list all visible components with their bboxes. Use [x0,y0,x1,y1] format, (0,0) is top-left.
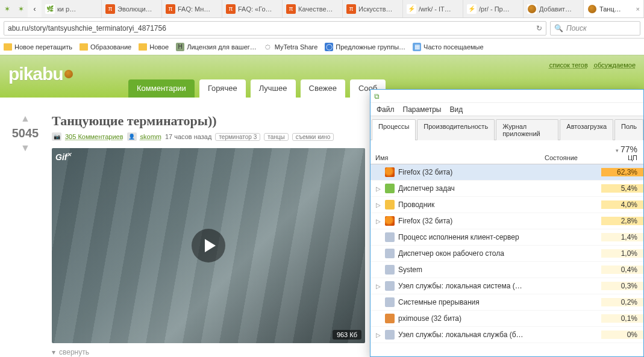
browser-tab[interactable]: πЭволюци… [102,0,162,17]
col-state[interactable]: Состояние [541,154,601,164]
process-row[interactable]: ▷Узел службы: локальная служба (б…0% [370,327,643,343]
process-row[interactable]: Диспетчер окон рабочего стола1,0% [370,246,643,262]
bookmark-item[interactable]: Новое перетащить [4,43,72,51]
tab-label: FAQ: Мн… [178,5,210,13]
process-icon [385,167,395,177]
nav-tab[interactable]: Лучшее [251,79,296,98]
expand-icon[interactable]: ▷ [375,332,381,338]
favicon: π [166,4,175,14]
browser-tab[interactable]: πFAQ: «Го… [222,0,283,17]
post-score: 5045 [12,126,39,140]
process-name: Процесс исполнения клиент-сервер [398,233,519,241]
search-input[interactable]: 🔍 Поиск [550,21,640,36]
expand-icon[interactable]: ▷ [375,283,381,290]
col-cpu[interactable]: 77% ЦП [601,144,643,164]
taskmgr-tab[interactable]: Автозагрузка [560,119,613,140]
menu-item[interactable]: Параметры [403,105,442,114]
post-tag[interactable]: съемки кино [292,133,334,141]
post-tag[interactable]: танцы [264,133,288,141]
post-title: Танцующие терминаторы)) [52,113,389,129]
menu-bar[interactable]: ФайлПараметрыВид [370,103,643,116]
browser-tab[interactable]: 🌿ки р… [42,0,102,17]
site-icon: ◌ [264,43,272,51]
logo-text: pikabu [8,64,63,84]
nav-tab[interactable]: Горячее [199,79,246,98]
close-icon[interactable]: × [636,5,640,13]
browser-tab[interactable]: πИскусств… [343,0,403,17]
expand-icon[interactable]: ▷ [375,218,381,225]
process-cpu: 2,8% [601,217,643,225]
reload-icon[interactable]: ↻ [536,24,542,33]
process-icon [385,184,395,193]
process-icon [385,265,395,275]
collapse-toggle[interactable]: ▾ свернуть [52,348,389,356]
process-row[interactable]: Системные прерывания0,2% [370,294,643,311]
taskmgr-tab[interactable]: Журнал приложений [496,119,558,140]
bookmark-label: Лицензия для вашег… [187,43,257,51]
gif-preview[interactable]: Gif✕ 963 Кб [52,148,365,343]
browser-tab[interactable]: πКачестве… [283,0,343,17]
nav-tab[interactable]: Комментарии [128,79,195,98]
browser-tab[interactable]: ⚡/wrk/ - IT… [403,0,463,17]
menu-item[interactable]: Вид [449,105,463,114]
bookmark-item[interactable]: ▦Часто посещаемые [413,43,484,51]
favicon: ⚡ [407,4,416,14]
process-name: Диспетчер окон рабочего стола [398,249,504,258]
browser-tab[interactable]: ⚡/pr/ - Пр… [463,0,524,17]
tab-label: Добавит… [539,5,572,13]
pinned-tab[interactable]: ✶ [14,0,28,17]
taskmgr-tab[interactable]: Поль [614,119,643,140]
taskmgr-tab[interactable]: Процессы [372,119,416,140]
upvote-button[interactable]: ▲ [20,113,30,124]
bookmark-item[interactable]: HЛицензия для вашег… [176,43,257,51]
menu-item[interactable]: Файл [377,105,395,114]
vote-column: ▲ 5045 ▼ [11,113,40,356]
bookmark-item[interactable]: ◌MyTetra Share [264,43,318,51]
window-titlebar[interactable]: ⧉ [370,90,643,103]
downvote-button[interactable]: ▼ [20,143,30,154]
process-cpu: 0,4% [601,265,643,274]
site-logo[interactable]: pikabu [8,64,73,84]
header-link[interactable]: обсуждаемое [594,61,636,69]
process-icon [385,330,395,340]
cpu-total: 77% [616,144,637,154]
browser-tab[interactable]: πFAQ: Мн… [162,0,222,17]
time-ago: 17 часов назад [165,133,211,140]
process-row[interactable]: Процесс исполнения клиент-сервер1,4% [370,229,643,246]
browser-tab[interactable]: Танц…× [584,0,644,17]
col-name[interactable]: Имя [370,154,541,164]
post-tag[interactable]: терминатор 3 [215,133,260,141]
header-links: список теговобсуждаемое [549,61,636,69]
process-row[interactable]: ▷Узел службы: локальная система (…0,3% [370,278,643,294]
process-list[interactable]: Firefox (32 бита)62,3%▷Диспетчер задач5,… [370,164,643,356]
expand-icon[interactable]: ▷ [375,202,381,208]
header-link[interactable]: список тегов [549,61,588,69]
process-icon [385,200,395,210]
nav-tab[interactable]: Свежее [301,79,345,98]
play-icon[interactable] [192,229,225,262]
process-row[interactable]: System0,4% [370,262,643,278]
pinned-tab[interactable]: ✶ [0,0,14,17]
process-icon [385,249,395,258]
process-name: pximouse (32 бита) [398,314,461,323]
expand-icon[interactable]: ▷ [375,185,381,192]
tab-label: /wrk/ - IT… [419,5,451,13]
bookmark-item[interactable]: Образование [80,43,131,51]
url-input[interactable]: abu.ru/story/tantsyushchie_terminatoryi_… [4,21,546,36]
comments-link[interactable]: 305 Комментариев [65,133,123,140]
tabs-back-button[interactable]: ‹ [28,0,42,17]
column-headers[interactable]: Имя Состояние 77% ЦП [370,140,643,164]
process-row[interactable]: ▷Диспетчер задач5,4% [370,181,643,197]
bookmark-item[interactable]: ◯Предложные группы… [325,43,405,51]
process-row[interactable]: ▷Проводник4,0% [370,197,643,213]
process-row[interactable]: ▷Firefox (32 бита)2,8% [370,213,643,229]
task-manager-window[interactable]: ⧉ ФайлПараметрыВид ПроцессыПроизводитель… [370,89,644,357]
process-row[interactable]: pximouse (32 бита)0,1% [370,311,643,327]
browser-tab[interactable]: Добавит… [524,0,584,17]
bookmark-item[interactable]: Новое [139,43,169,51]
taskmgr-tab[interactable]: Производительность [417,119,495,140]
process-row[interactable]: Firefox (32 бита)62,3% [370,164,643,181]
author-link[interactable]: skomm [140,133,161,140]
tab-label: Искусств… [358,5,393,13]
process-name: Проводник [398,200,434,209]
